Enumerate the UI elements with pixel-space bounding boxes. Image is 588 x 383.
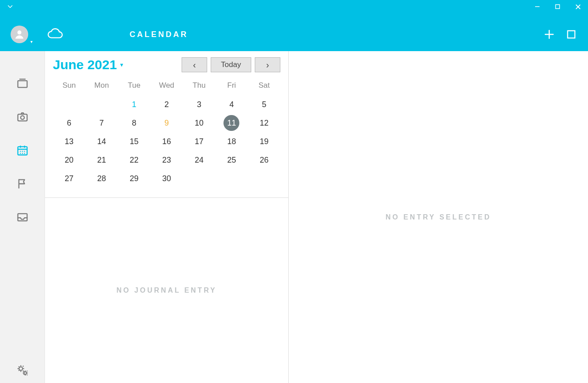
calendar-day[interactable]: 18 (216, 132, 248, 151)
calendar-weeks: 1234567891011121314151617181920212223242… (53, 95, 280, 188)
dow-label: Tue (118, 78, 150, 95)
nav-calendar-button[interactable] (16, 144, 29, 157)
dow-label: Sat (248, 78, 280, 95)
middle-column: June 2021 ▾ ‹ Today › SunMonTueWedThuFri… (45, 51, 289, 383)
svg-point-8 (20, 151, 21, 152)
today-button[interactable]: Today (211, 57, 251, 72)
nav-settings-button[interactable] (16, 370, 29, 383)
sync-cloud-button[interactable] (47, 28, 63, 41)
nav-flag-button[interactable] (16, 177, 29, 190)
svg-rect-3 (568, 31, 575, 38)
header-actions (544, 29, 588, 40)
caret-down-icon: ▾ (120, 62, 123, 68)
calendar-day[interactable]: 28 (86, 169, 118, 188)
window-maximize-button[interactable] (547, 0, 568, 13)
calendar-day (248, 169, 280, 188)
caret-down-icon: ▾ (30, 39, 33, 44)
window-close-button[interactable] (568, 0, 588, 13)
svg-point-15 (24, 372, 26, 374)
calendar-week-row: 13141516171819 (53, 132, 280, 151)
calendar-day[interactable]: 30 (150, 169, 183, 188)
entry-empty-state: NO ENTRY SELECTED (289, 51, 588, 383)
month-label: June 2021 (53, 57, 117, 72)
account-avatar[interactable]: ▾ (11, 26, 28, 43)
calendar-grid: SunMonTueWedThuFriSat 123456789101112131… (53, 78, 280, 188)
calendar-day[interactable]: 21 (86, 151, 118, 169)
journal-icon (16, 77, 29, 89)
calendar-day[interactable]: 10 (183, 114, 216, 132)
dow-row: SunMonTueWedThuFriSat (53, 78, 280, 95)
svg-point-6 (20, 116, 24, 119)
calendar-day[interactable]: 26 (248, 151, 280, 169)
left-rail (0, 51, 45, 383)
add-entry-button[interactable] (544, 29, 555, 40)
svg-rect-4 (18, 81, 27, 87)
dow-label: Fri (216, 78, 248, 95)
calendar-day[interactable]: 13 (53, 132, 86, 151)
calendar-day[interactable]: 15 (118, 132, 150, 151)
calendar-day (53, 95, 86, 114)
calendar-day[interactable]: 16 (150, 132, 183, 151)
header: ▾ CALENDAR (0, 0, 588, 51)
window-minimize-button[interactable] (527, 0, 547, 13)
svg-rect-1 (556, 5, 560, 9)
calendar-day[interactable]: 19 (248, 132, 280, 151)
calendar-day[interactable]: 2 (150, 95, 183, 114)
calendar-day[interactable]: 1 (118, 95, 150, 114)
calendar-day (183, 169, 216, 188)
minimize-icon (535, 4, 540, 9)
maximize-icon (555, 4, 560, 9)
journal-empty-state: NO JOURNAL ENTRY (45, 198, 288, 383)
calendar-day[interactable]: 29 (118, 169, 150, 188)
close-icon (575, 4, 581, 10)
body: June 2021 ▾ ‹ Today › SunMonTueWedThuFri… (0, 51, 588, 383)
calendar-day (216, 169, 248, 188)
calendar-day[interactable]: 3 (183, 95, 216, 114)
calendar-day[interactable]: 14 (86, 132, 118, 151)
cloud-icon (47, 28, 63, 41)
calendar-day[interactable]: 25 (216, 151, 248, 169)
calendar-day[interactable]: 8 (118, 114, 150, 132)
dow-label: Thu (183, 78, 216, 95)
person-icon (14, 29, 25, 40)
calendar-day[interactable]: 20 (53, 151, 86, 169)
header-title: CALENDAR (63, 30, 544, 39)
nav-inbox-button[interactable] (16, 211, 29, 224)
calendar-day[interactable]: 4 (216, 95, 248, 114)
calendar-week-row: 27282930 (53, 169, 280, 188)
svg-point-12 (22, 153, 22, 154)
titlebar (0, 0, 588, 18)
calendar-day[interactable]: 7 (86, 114, 118, 132)
svg-rect-5 (18, 114, 27, 121)
calendar-day[interactable]: 12 (248, 114, 280, 132)
svg-point-10 (24, 151, 25, 152)
calendar-panel: June 2021 ▾ ‹ Today › SunMonTueWedThuFri… (45, 51, 288, 198)
month-selector[interactable]: June 2021 ▾ (53, 57, 123, 72)
calendar-week-row: 6789101112 (53, 114, 280, 132)
panel-toggle-button[interactable] (566, 29, 577, 40)
svg-point-13 (24, 153, 25, 154)
calendar-icon (16, 144, 29, 156)
calendar-day[interactable]: 23 (150, 151, 183, 169)
calendar-day[interactable]: 5 (248, 95, 280, 114)
calendar-day[interactable]: 24 (183, 151, 216, 169)
calendar-day[interactable]: 9 (150, 114, 183, 132)
nav-journal-button[interactable] (16, 77, 29, 90)
calendar-day[interactable]: 27 (53, 169, 86, 188)
calendar-day[interactable]: 17 (183, 132, 216, 151)
nav-photos-button[interactable] (16, 110, 29, 123)
calendar-day[interactable]: 6 (53, 114, 86, 132)
next-month-button[interactable]: › (255, 57, 280, 72)
calendar-week-row: 12345 (53, 95, 280, 114)
prev-month-button[interactable]: ‹ (182, 57, 207, 72)
calendar-header: June 2021 ▾ ‹ Today › (53, 57, 280, 72)
flag-icon (16, 178, 29, 190)
square-icon (566, 30, 576, 39)
calendar-day[interactable]: 11 (216, 114, 248, 132)
gears-icon (16, 364, 29, 377)
chevron-down-icon (6, 3, 14, 11)
calendar-day[interactable]: 22 (118, 151, 150, 169)
camera-icon (16, 111, 29, 123)
app-menu-button[interactable] (0, 0, 20, 13)
header-row: ▾ CALENDAR (0, 18, 588, 51)
